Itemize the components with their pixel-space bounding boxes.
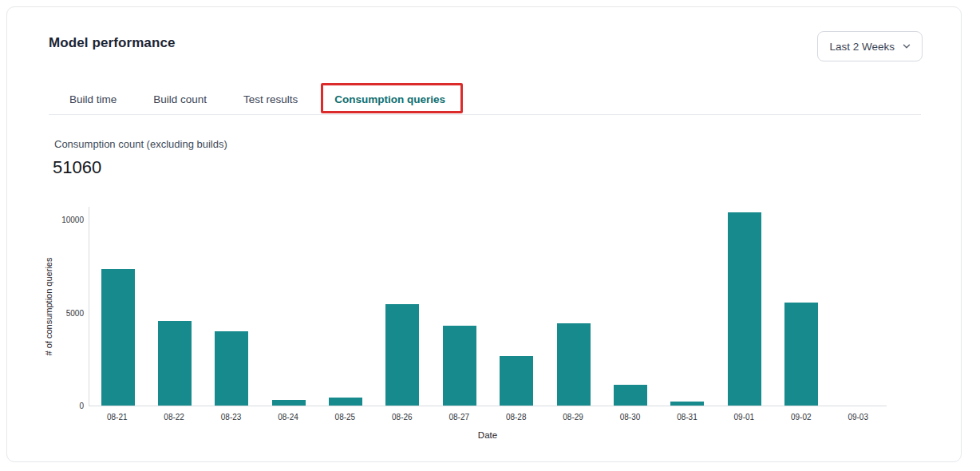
metric-label: Consumption count (excluding builds) — [54, 138, 227, 150]
bar-band-08-21 — [89, 207, 146, 406]
bar-08-25[interactable] — [329, 398, 362, 406]
x-tick-label-09-03: 09-03 — [829, 413, 886, 422]
bar-band-08-24 — [260, 207, 317, 406]
bar-band-08-31 — [659, 207, 716, 406]
chevron-down-icon — [903, 42, 911, 50]
x-tick-label-08-29: 08-29 — [544, 413, 601, 422]
bar-09-01[interactable] — [728, 212, 761, 406]
chart-plot: 0500010000 — [89, 207, 887, 406]
x-tick-label-09-02: 09-02 — [773, 413, 829, 422]
date-range-label: Last 2 Weeks — [829, 41, 895, 53]
x-tick-label-09-01: 09-01 — [716, 413, 773, 422]
bar-08-24[interactable] — [272, 400, 306, 406]
x-tick-label-08-26: 08-26 — [373, 413, 430, 422]
tab-build-count[interactable]: Build count — [153, 93, 207, 105]
x-tick-label-08-27: 08-27 — [431, 413, 488, 422]
model-performance-card: Model performance Last 2 Weeks Build tim… — [6, 6, 962, 462]
bar-08-30[interactable] — [614, 385, 647, 406]
x-tick-label-08-31: 08-31 — [658, 413, 715, 422]
bar-08-31[interactable] — [670, 402, 704, 406]
bar-band-09-03 — [830, 207, 887, 406]
x-tick-label-08-30: 08-30 — [602, 413, 658, 422]
bar-09-02[interactable] — [784, 303, 818, 406]
metric-value: 51060 — [53, 157, 101, 178]
bar-band-08-27 — [431, 207, 488, 406]
bar-band-08-30 — [602, 207, 658, 406]
chart-x-labels: 08-2108-2208-2308-2408-2508-2608-2708-28… — [89, 413, 887, 422]
x-tick-label-08-23: 08-23 — [203, 413, 259, 422]
tab-test-results[interactable]: Test results — [243, 93, 298, 105]
bar-08-27[interactable] — [443, 326, 476, 406]
bar-band-08-29 — [545, 207, 602, 406]
bar-band-08-28 — [488, 207, 545, 406]
x-tick-label-08-28: 08-28 — [488, 413, 544, 422]
tab-bar: Build time Build count Test results Cons… — [49, 84, 921, 115]
bar-08-29[interactable] — [557, 323, 591, 406]
x-axis-title: Date — [89, 430, 887, 440]
bar-08-23[interactable] — [215, 331, 248, 406]
bar-band-08-25 — [317, 207, 373, 406]
page-title: Model performance — [49, 35, 176, 51]
bar-band-08-22 — [146, 207, 203, 406]
bar-band-09-02 — [773, 207, 829, 406]
date-range-dropdown[interactable]: Last 2 Weeks — [817, 31, 923, 61]
bar-08-22[interactable] — [158, 321, 192, 406]
bar-band-08-23 — [204, 207, 260, 406]
bar-08-21[interactable] — [101, 269, 135, 406]
y-tick-label-0: 0 — [79, 402, 84, 410]
x-tick-label-08-22: 08-22 — [145, 413, 202, 422]
y-axis-title: # of consumption queries — [44, 258, 53, 356]
x-tick-label-08-21: 08-21 — [89, 413, 145, 422]
bar-08-26[interactable] — [385, 304, 419, 406]
tab-build-time[interactable]: Build time — [69, 93, 117, 105]
y-tick-label-10000: 10000 — [61, 216, 84, 224]
x-tick-label-08-24: 08-24 — [259, 413, 316, 422]
bar-08-28[interactable] — [500, 356, 533, 406]
bar-band-09-01 — [716, 207, 773, 406]
y-tick-label-5000: 5000 — [66, 308, 84, 317]
bar-band-08-26 — [374, 207, 431, 406]
x-tick-label-08-25: 08-25 — [317, 413, 373, 422]
tab-consumption-queries[interactable]: Consumption queries — [334, 93, 445, 105]
